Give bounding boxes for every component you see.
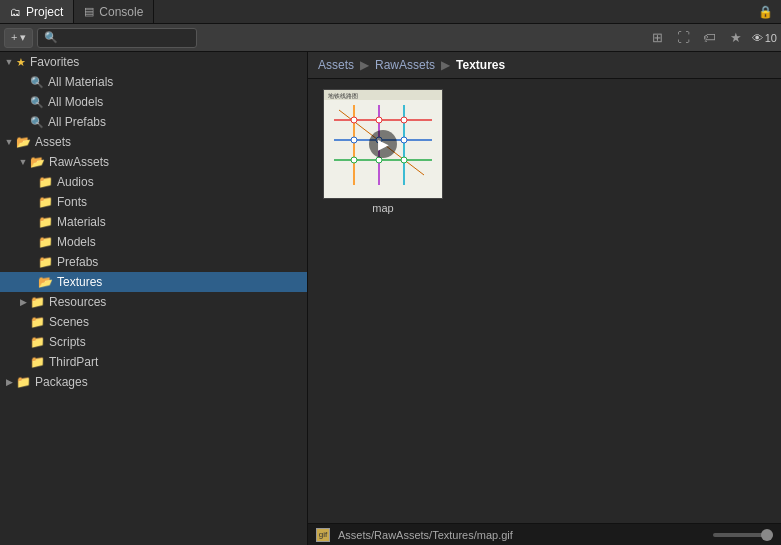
breadcrumb-assets[interactable]: Assets [318, 58, 354, 72]
svg-point-10 [351, 117, 357, 123]
sidebar-item-thirdpart[interactable]: 📁 ThirdPart [0, 352, 307, 372]
asset-map-label: map [372, 202, 393, 214]
fonts-folder-icon: 📁 [38, 195, 53, 209]
scenes-label: Scenes [49, 315, 89, 329]
console-icon: ▤ [84, 5, 94, 18]
svg-point-11 [376, 117, 382, 123]
textures-folder-icon: 📂 [38, 275, 53, 289]
sidebar-item-scenes[interactable]: 📁 Scenes [0, 312, 307, 332]
svg-point-15 [401, 137, 407, 143]
search-bar[interactable]: 🔍 [37, 28, 197, 48]
assets-folder-icon: 📂 [16, 135, 31, 149]
sidebar-item-resources[interactable]: ▶ 📁 Resources [0, 292, 307, 312]
prefabs-label: Prefabs [57, 255, 98, 269]
project-icon: 🗂 [10, 6, 21, 18]
assets-label: Assets [35, 135, 71, 149]
sidebar-item-rawassets[interactable]: ▼ 📂 RawAssets [0, 152, 307, 172]
fonts-label: Fonts [57, 195, 87, 209]
prefabs-folder-icon: 📁 [38, 255, 53, 269]
tag-icon[interactable]: 🏷 [700, 28, 720, 48]
arrow-packages: ▶ [2, 377, 16, 387]
materials-label: Materials [57, 215, 106, 229]
visibility-badge[interactable]: 👁 10 [752, 32, 777, 44]
sidebar-item-audios[interactable]: 📁 Audios [0, 172, 307, 192]
scripts-folder-icon: 📁 [30, 335, 45, 349]
rawassets-folder-icon: 📂 [30, 155, 45, 169]
sidebar-item-scripts[interactable]: 📁 Scripts [0, 332, 307, 352]
resources-label: Resources [49, 295, 106, 309]
svg-point-13 [351, 137, 357, 143]
svg-text:地铁线路图: 地铁线路图 [327, 93, 358, 99]
sidebar-item-textures[interactable]: 📂 Textures [0, 272, 307, 292]
textures-label: Textures [57, 275, 102, 289]
arrow-resources: ▶ [16, 297, 30, 307]
grid-icon[interactable]: ⛶ [674, 28, 694, 48]
favorites-label: Favorites [30, 55, 79, 69]
scripts-label: Scripts [49, 335, 86, 349]
breadcrumb-sep2: ▶ [441, 58, 450, 72]
sidebar-item-models[interactable]: 📁 Models [0, 232, 307, 252]
search-icon: 🔍 [44, 31, 58, 44]
arrow-favorites: ▼ [2, 57, 16, 67]
status-path: Assets/RawAssets/Textures/map.gif [338, 529, 705, 541]
audios-label: Audios [57, 175, 94, 189]
rawassets-label: RawAssets [49, 155, 109, 169]
sidebar-item-assets[interactable]: ▼ 📂 Assets [0, 132, 307, 152]
sidebar-item-fonts[interactable]: 📁 Fonts [0, 192, 307, 212]
badge-count: 10 [765, 32, 777, 44]
main-content: ▼ ★ Favorites 🔍 All Materials 🔍 All Mode… [0, 52, 781, 545]
sidebar-item-all-materials[interactable]: 🔍 All Materials [0, 72, 307, 92]
toolbar: + ▾ 🔍 ⊞ ⛶ 🏷 ★ 👁 10 [0, 24, 781, 52]
zoom-slider-thumb [761, 529, 773, 541]
svg-point-12 [401, 117, 407, 123]
favorites-star-icon: ★ [16, 56, 26, 69]
status-icon-label: gif [319, 530, 327, 539]
audios-folder-icon: 📁 [38, 175, 53, 189]
arrow-rawassets: ▼ [16, 157, 30, 167]
all-materials-label: All Materials [48, 75, 113, 89]
play-button[interactable]: ▶ [369, 130, 397, 158]
breadcrumb-current: Textures [456, 58, 505, 72]
tab-bar: 🗂 Project ▤ Console 🔒 [0, 0, 781, 24]
search-sm-icon: 🔍 [30, 76, 44, 89]
favorite-icon[interactable]: ★ [726, 28, 746, 48]
sidebar: ▼ ★ Favorites 🔍 All Materials 🔍 All Mode… [0, 52, 308, 545]
thirdpart-label: ThirdPart [49, 355, 98, 369]
sidebar-item-prefabs[interactable]: 📁 Prefabs [0, 252, 307, 272]
models-folder-icon: 📁 [38, 235, 53, 249]
zoom-slider-area [713, 533, 773, 537]
sidebar-item-packages[interactable]: ▶ 📁 Packages [0, 372, 307, 392]
all-prefabs-label: All Prefabs [48, 115, 106, 129]
breadcrumb: Assets ▶ RawAssets ▶ Textures [308, 52, 781, 79]
sidebar-item-materials[interactable]: 📁 Materials [0, 212, 307, 232]
breadcrumb-rawassets[interactable]: RawAssets [375, 58, 435, 72]
search-input[interactable] [61, 32, 190, 44]
all-models-label: All Models [48, 95, 103, 109]
eye-icon: 👁 [752, 32, 763, 44]
asset-thumbnail-map: 地铁线路图 [323, 89, 443, 199]
packages-folder-icon: 📁 [16, 375, 31, 389]
right-panel: Assets ▶ RawAssets ▶ Textures 地铁线路图 [308, 52, 781, 545]
sidebar-item-all-prefabs[interactable]: 🔍 All Prefabs [0, 112, 307, 132]
sidebar-item-favorites[interactable]: ▼ ★ Favorites [0, 52, 307, 72]
arrow-assets: ▼ [2, 137, 16, 147]
status-bar: gif Assets/RawAssets/Textures/map.gif [308, 523, 781, 545]
scenes-folder-icon: 📁 [30, 315, 45, 329]
tab-project-label: Project [26, 5, 63, 19]
asset-item-map[interactable]: 地铁线路图 [318, 89, 448, 214]
asset-grid: 地铁线路图 [308, 79, 781, 523]
layout-icon[interactable]: ⊞ [648, 28, 668, 48]
models-label: Models [57, 235, 96, 249]
packages-label: Packages [35, 375, 88, 389]
status-file-icon: gif [316, 528, 330, 542]
svg-point-16 [351, 157, 357, 163]
map-image: 地铁线路图 [324, 90, 442, 198]
tab-console[interactable]: ▤ Console [74, 0, 154, 23]
add-button[interactable]: + ▾ [4, 28, 33, 48]
tab-spacer [154, 0, 750, 23]
zoom-slider[interactable] [713, 533, 773, 537]
sidebar-item-all-models[interactable]: 🔍 All Models [0, 92, 307, 112]
tab-project[interactable]: 🗂 Project [0, 0, 74, 23]
toolbar-icons: ⊞ ⛶ 🏷 ★ 👁 10 [648, 28, 777, 48]
resources-folder-icon: 📁 [30, 295, 45, 309]
